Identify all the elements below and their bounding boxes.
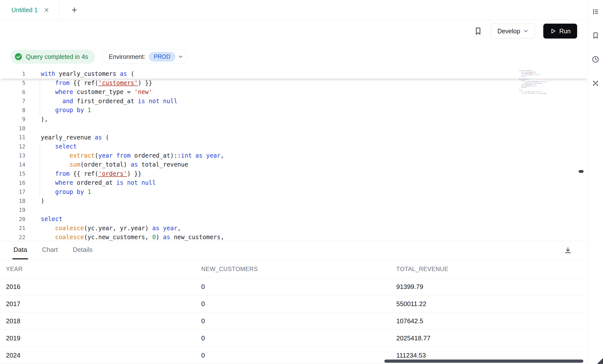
code-text: where ordered_at is not null (25, 179, 156, 186)
dag-icon (591, 79, 600, 88)
table-row: 201902025418.77 (0, 330, 588, 347)
code-text: select (25, 216, 62, 223)
table-cell: 91399.79 (390, 278, 588, 295)
code-line[interactable]: 5 from {{ ref('customers') }} (0, 79, 588, 88)
code-line[interactable]: 15 from {{ ref('orders') }} (0, 169, 588, 179)
line-number: 1 (0, 71, 25, 77)
table-cell: 0 (195, 347, 390, 364)
code-lines: 1with yearly_customers as (5 from {{ ref… (0, 69, 588, 241)
bookmark-icon (591, 31, 600, 40)
table-row: 2016091399.79 (0, 278, 588, 295)
right-sidebar (588, 0, 603, 364)
results-scrollbar-thumb[interactable] (384, 360, 583, 363)
code-line[interactable]: 19 (0, 206, 588, 215)
minimap-content: with yearly_customers as ( from {{ ref('… (519, 70, 550, 94)
plus-icon (71, 6, 78, 14)
resize-corner[interactable] (597, 358, 603, 364)
code-line[interactable]: 7 and first_ordered_at is not null (0, 97, 588, 106)
code-line[interactable]: 21 coalesce(yc.year, yr.year) as year, (0, 224, 588, 233)
code-line[interactable]: 12 select (0, 142, 588, 151)
results-tab-details[interactable]: Details (72, 241, 94, 259)
results-tabs: DataChartDetails (12, 241, 106, 259)
code-text: ), (25, 116, 48, 123)
download-button[interactable] (564, 246, 572, 255)
table-cell: 2024 (0, 347, 195, 364)
line-number: 12 (0, 143, 25, 150)
code-text: from {{ ref('customers') }} (25, 80, 152, 87)
run-label: Run (559, 28, 571, 35)
results-body: 2016091399.7920170550011.2220180107642.5… (0, 278, 588, 364)
tab-label: Untitled 1 (11, 6, 38, 14)
line-number: 21 (0, 225, 25, 231)
code-text: with yearly_customers as ( (25, 70, 134, 77)
results-panel: DataChartDetails YEARNEW_CUSTOMERSTOTAL_… (0, 241, 588, 364)
code-line[interactable]: 17 group by 1 (0, 187, 588, 197)
sql-editor[interactable]: 1with yearly_customers as (5 from {{ ref… (0, 68, 588, 241)
bookmark-button[interactable] (474, 27, 483, 36)
chevron-down-icon (178, 54, 183, 59)
editor-tab-bar: Untitled 1 (0, 0, 588, 20)
tab-untitled-1[interactable]: Untitled 1 (0, 0, 59, 20)
results-header-row: YEARNEW_CUSTOMERSTOTAL_REVENUE (0, 260, 588, 278)
code-line[interactable]: 11yearly_revenue as ( (0, 133, 588, 142)
develop-button[interactable]: Develop (491, 24, 535, 39)
line-number: 18 (0, 198, 25, 204)
code-line[interactable]: 6 where customer_type = 'new' (0, 88, 588, 97)
line-number: 5 (0, 80, 25, 86)
code-line[interactable]: 18) (0, 196, 588, 206)
check-circle-icon (14, 53, 22, 61)
code-line[interactable]: 13 extract(year from ordered_at)::int as… (0, 151, 588, 160)
table-row: 20170550011.22 (0, 295, 588, 313)
code-text: select (25, 143, 77, 150)
code-text: yearly_revenue as ( (25, 134, 109, 141)
app-window: Untitled 1 Develop Run (0, 0, 603, 364)
table-cell: 0 (195, 313, 390, 330)
table-cell: 0 (195, 295, 390, 313)
table-cell: 2016 (0, 278, 195, 295)
line-number: 22 (0, 234, 25, 240)
column-header: TOTAL_REVENUE (390, 260, 588, 278)
indent-guide (40, 79, 40, 115)
bookmarks-panel-button[interactable] (590, 30, 601, 41)
code-line[interactable]: 9), (0, 115, 588, 124)
column-header: YEAR (0, 260, 195, 278)
code-text: from {{ ref('orders') }} (25, 170, 142, 177)
code-text: extract(year from ordered_at)::int as ye… (25, 152, 224, 159)
develop-label: Develop (497, 28, 520, 35)
close-icon[interactable] (43, 7, 50, 13)
sticky-code-line[interactable]: 1with yearly_customers as ( (0, 69, 588, 79)
main-column: Untitled 1 Develop Run (0, 0, 588, 364)
code-line[interactable]: 22 coalesce(yc.new_customers, 0) as new_… (0, 233, 588, 241)
bookmark-icon (474, 27, 483, 36)
new-tab-button[interactable] (69, 4, 80, 15)
play-icon (550, 28, 556, 34)
table-cell: 2018 (0, 313, 195, 330)
results-tab-data[interactable]: Data (12, 241, 28, 259)
line-number: 16 (0, 180, 25, 186)
table-cell: 2025418.77 (390, 330, 588, 347)
table-cell: 0 (195, 330, 390, 347)
table-cell: 2017 (0, 295, 195, 313)
editor-scrollbar-thumb[interactable] (579, 170, 584, 173)
code-line[interactable]: 8 group by 1 (0, 106, 588, 115)
outline-panel-button[interactable] (590, 6, 601, 17)
query-status-text: Query completed in 4s (26, 53, 88, 60)
table-cell: 550011.22 (390, 295, 588, 313)
code-text: where customer_type = 'new' (25, 89, 152, 95)
indent-guide (40, 142, 40, 196)
run-button[interactable]: Run (543, 24, 577, 39)
code-line[interactable]: 14 sum(order_total) as total_revenue (0, 160, 588, 169)
code-line[interactable]: 10 (0, 124, 588, 133)
history-panel-button[interactable] (590, 54, 601, 65)
code-line[interactable]: 20select (0, 215, 588, 224)
line-number: 8 (0, 107, 25, 113)
line-number: 7 (0, 98, 25, 104)
results-tab-chart[interactable]: Chart (41, 241, 59, 259)
environment-label: Environment: (109, 53, 145, 60)
code-line[interactable]: 16 where ordered_at is not null (0, 178, 588, 187)
table-cell: 2019 (0, 330, 195, 347)
environment-selector[interactable]: Environment: PROD (102, 49, 188, 64)
dag-panel-button[interactable] (590, 78, 601, 89)
outline-panel-icon (591, 7, 600, 16)
minimap[interactable]: with yearly_customers as ( from {{ ref('… (519, 70, 550, 98)
